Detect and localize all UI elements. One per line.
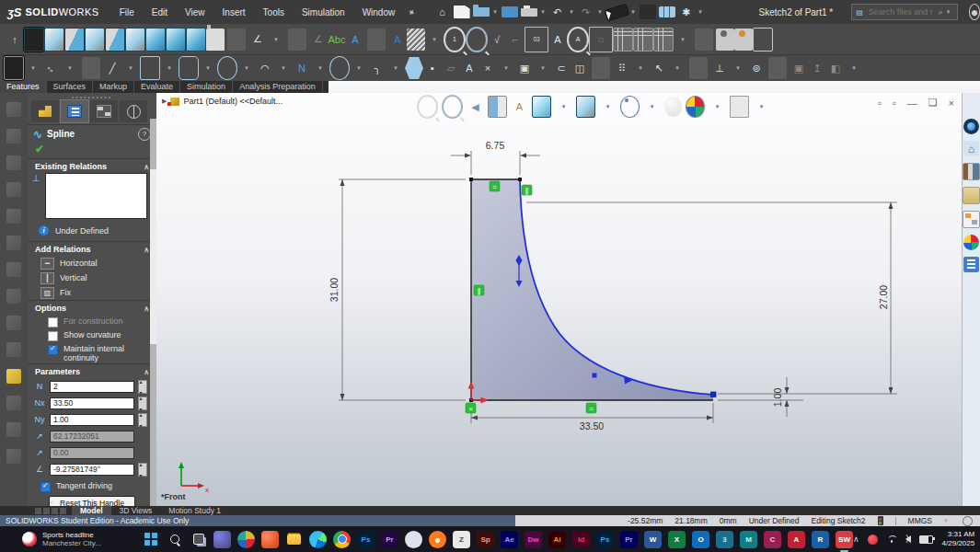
bent-tube-icon[interactable]: ∠ [248,29,267,51]
plane-icon[interactable]: ▱ [442,57,460,79]
rebuild-traffic-light-icon[interactable] [640,5,656,19]
tab-surfaces[interactable]: Surfaces [47,81,94,93]
instant2d-icon[interactable]: ↥ [808,57,826,79]
display-style-icon[interactable] [576,96,595,118]
office-icon[interactable] [261,531,279,548]
menu-item[interactable]: Insert [215,7,253,17]
tab-features[interactable]: Features [0,81,47,93]
home-pane-icon[interactable]: ⌂ [963,141,979,156]
maya-icon[interactable]: M [740,531,757,548]
spline-dropdown[interactable]: ▾ [311,57,329,79]
convert-entities-icon[interactable]: ▣ [515,57,534,79]
pattern-icon[interactable]: ⠿ [613,57,631,79]
tab-3d-views[interactable]: 3D Views [111,506,161,515]
select-cursor-icon[interactable] [605,4,628,20]
format-painter-icon[interactable]: A [346,29,364,51]
panel-drag-handle[interactable]: •••••••••• [28,93,156,100]
print-dropdown[interactable]: ▾ [540,3,547,21]
text-icon[interactable]: A [460,57,478,79]
orientation-dropdown[interactable]: ▾ [555,97,572,117]
excel-icon[interactable]: X [668,531,686,548]
text-style-icon[interactable]: A [388,29,407,51]
app-circle-icon[interactable] [405,531,422,548]
tab-markup[interactable]: Markup [93,81,134,93]
teams-icon[interactable] [213,531,231,548]
propertymanager-tab[interactable] [61,100,88,122]
redo-dropdown[interactable]: ▾ [597,3,604,21]
strip-icon-5[interactable] [6,209,21,224]
check-sketch-icon[interactable]: √ [488,29,506,51]
spinner[interactable] [138,380,147,394]
word-icon[interactable]: W [644,531,662,548]
print-icon[interactable] [521,8,537,17]
tray-notification-icon[interactable] [868,535,878,545]
separator[interactable] [367,29,386,51]
photoshop-icon[interactable]: Ps [357,531,375,548]
undo-icon[interactable]: ↶ [549,3,566,21]
3dexperience-icon[interactable] [963,119,979,134]
strip-icon-8[interactable] [6,289,21,304]
slot-dropdown[interactable]: ▾ [199,57,217,79]
start-button[interactable] [142,531,159,548]
open-dropdown[interactable]: ▾ [492,3,499,21]
revit-icon[interactable]: R [812,531,829,548]
shaded-contours-icon[interactable]: ◧ [826,57,845,79]
menu-item[interactable]: Simulation [294,7,352,17]
sheet-grid-icon-2[interactable] [633,28,653,52]
doc-close-icon[interactable]: × [949,98,954,109]
checkbox[interactable] [48,317,58,328]
menu-item[interactable]: View [178,7,213,17]
zbrush-icon[interactable]: Z [453,531,470,548]
rapid-sketch-icon[interactable]: ▣ [790,57,808,79]
collapse-icon[interactable]: ∧ [144,163,149,171]
dreamweaver-icon[interactable]: Dw [525,531,542,548]
strip-icon-10[interactable] [6,342,21,357]
hide-show-items-icon[interactable] [620,96,640,118]
swept-boss-icon[interactable] [64,28,85,52]
premiere-2-icon[interactable]: Pr [620,531,638,548]
design-library-icon[interactable] [963,163,980,180]
tab-navigation-buttons[interactable] [35,508,66,514]
checkbox[interactable] [48,331,58,341]
strip-icon-4[interactable] [6,182,21,197]
sketch-annotation-icon[interactable]: A [511,97,528,117]
end-dropdown[interactable]: ▾ [845,57,863,79]
dimension-dropdown[interactable]: ▾ [61,57,79,79]
substance-painter-icon[interactable]: Sp [477,531,494,548]
relations-dropdown[interactable]: ▾ [729,57,747,79]
open-document-icon[interactable] [473,7,490,17]
file-properties-icon[interactable] [659,6,675,17]
line-icon[interactable]: ╱ [103,57,121,79]
scene-dropdown[interactable]: ▾ [709,97,726,117]
tray-chevron-icon[interactable]: ∧ [853,535,859,544]
3dsmax-icon[interactable]: 3 [716,531,733,548]
fillet-icon[interactable]: ╮ [368,57,386,79]
convert-dropdown[interactable]: ▾ [534,57,552,79]
illustrator-icon[interactable]: Ai [548,531,566,548]
strip-icon-14[interactable] [6,449,21,464]
parameter-value-field[interactable]: 2 [50,381,134,393]
grayed-icon-1[interactable]: ▢ [589,27,613,52]
view-settings-icon[interactable] [730,96,749,118]
menu-item[interactable]: File [112,7,142,17]
strip-icon-3[interactable] [6,155,21,170]
display-style-dropdown[interactable]: ▾ [599,97,617,117]
checkbox[interactable] [40,482,51,492]
strip-icon-13[interactable] [6,422,21,437]
existing-relations-list[interactable] [45,173,147,219]
lofted-boss-icon[interactable] [85,28,105,52]
solid-cube-icon-2[interactable] [166,28,186,52]
dim-right[interactable]: 27.00 [878,285,889,309]
strip-icon-2[interactable] [6,129,21,144]
sheet-grid-icon-1[interactable] [613,28,633,52]
separator[interactable] [689,57,708,79]
autocad-icon[interactable]: A [788,531,805,548]
text-height-icon[interactable]: A [548,29,567,51]
graphics-viewport[interactable]: 6.75 31.00 27.00 33.50 1.00 [156,93,962,506]
new-document-icon[interactable] [454,6,470,18]
doc-window-icon-1[interactable]: ▫ [878,98,882,109]
offset-entities-icon[interactable]: ⊂ [552,57,571,79]
hatch-pattern-icon[interactable] [407,29,425,51]
options-gear-icon[interactable]: ✱ [678,3,695,21]
ellipse-icon[interactable] [329,56,350,80]
